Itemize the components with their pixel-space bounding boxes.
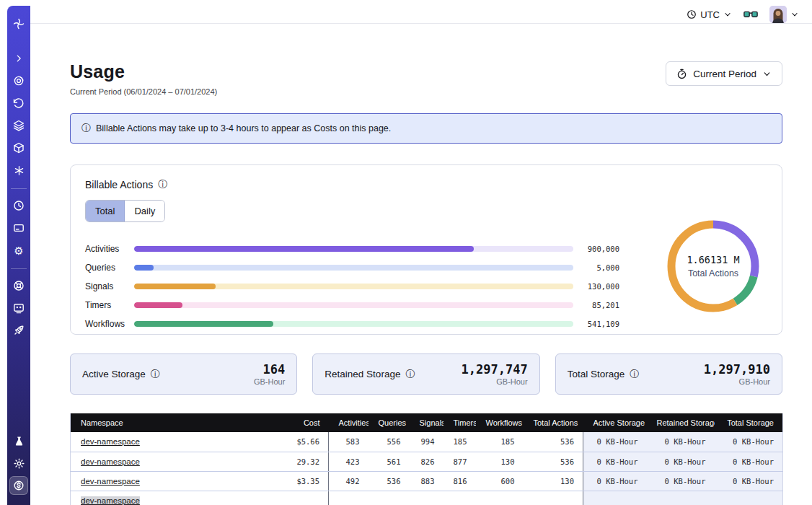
bar-row: Timers85,201 (85, 296, 619, 315)
user-menu[interactable] (769, 6, 799, 23)
chevron-down-icon (762, 69, 772, 79)
value-cell: $5.66 (258, 432, 329, 452)
namespace-link[interactable]: dev-namespace (81, 477, 140, 486)
storage-card-unit: GB-Hour (254, 377, 285, 386)
value-cell: 536 (524, 452, 583, 471)
value-cell: 536 (369, 471, 410, 491)
storage-card-label: Active Storage (82, 369, 146, 379)
value-cell: 877 (443, 452, 476, 471)
namespace-cell: dev-namespace (71, 432, 258, 452)
namespace-link[interactable]: dev-namespace (81, 457, 140, 466)
layers-icon[interactable] (9, 116, 28, 135)
bar-row: Signals130,000 (85, 277, 619, 296)
bar-label: Activities (85, 244, 134, 254)
bar-track (134, 321, 573, 327)
cube-icon[interactable] (9, 139, 28, 157)
value-cell: 0 KB-Hour (583, 432, 647, 452)
sidebar-divider (11, 268, 27, 269)
period-selector-label: Current Period (693, 69, 756, 79)
info-icon[interactable]: ⓘ (158, 178, 167, 191)
bar-label: Signals (85, 281, 134, 291)
value-cell: 0 KB-Hour (715, 432, 783, 452)
usage-page: Usage Current Period (06/01/2024 – 07/01… (30, 24, 812, 505)
value-cell: 0 KB-Hour (583, 471, 647, 491)
value-cell: 130 (524, 471, 583, 491)
total-actions-donut-chart: 1.66131 M Total Actions (663, 216, 764, 317)
value-cell: 29.32 (258, 452, 329, 471)
value-cell: 994 (410, 432, 443, 452)
gear-icon[interactable]: ⚙ (9, 241, 28, 260)
table-row: dev-namespace (71, 491, 783, 505)
bar-fill (134, 302, 182, 308)
info-icon[interactable]: ⓘ (630, 368, 639, 381)
info-icon[interactable]: ⓘ (151, 368, 160, 381)
clock-icon (687, 9, 697, 19)
history-icon[interactable] (9, 94, 28, 113)
info-icon[interactable]: ⓘ (405, 368, 415, 381)
bar-value: 130,000 (573, 282, 619, 291)
card-icon[interactable] (9, 219, 28, 237)
page-title: Usage (70, 61, 217, 82)
donut-total-label: Total Actions (688, 268, 738, 278)
app-window: ⚙ UTC (0, 0, 812, 505)
donut-total-value: 1.66131 M (687, 254, 739, 265)
value-cell: 883 (410, 471, 443, 491)
bar-fill (134, 246, 474, 252)
storage-summary-row: Active Storageⓘ164GB-HourRetained Storag… (70, 354, 782, 395)
column-header: Activities (329, 413, 369, 432)
glasses-icon (743, 9, 758, 19)
table-row: dev-namespace29.324235618268771305360 KB… (71, 452, 783, 471)
value-cell: $3.35 (258, 471, 329, 491)
lifebuoy-icon[interactable] (9, 276, 28, 295)
bar-row: Workflows541,109 (85, 315, 619, 333)
tab-daily[interactable]: Daily (125, 201, 164, 221)
value-cell (583, 491, 647, 505)
clock-icon[interactable] (9, 196, 28, 215)
value-cell: 816 (443, 471, 476, 491)
sun-icon[interactable] (9, 454, 28, 473)
value-cell: 600 (476, 471, 524, 491)
bar-track (134, 246, 573, 252)
spiral-icon[interactable] (9, 71, 28, 90)
value-cell: 0 KB-Hour (647, 452, 715, 471)
value-cell (524, 491, 583, 505)
bar-value: 541,109 (573, 320, 619, 328)
namespace-link[interactable]: dev-namespace (81, 496, 140, 505)
glasses-button[interactable] (743, 9, 758, 19)
stopwatch-icon (676, 69, 687, 79)
table-header-row: NamespaceCostActivitiesQueriesSignalsTim… (71, 413, 783, 432)
bar-label: Timers (85, 300, 134, 310)
storage-card-label: Total Storage (568, 369, 625, 379)
storage-card-value: 1,297,747 (462, 362, 528, 377)
bar-track (134, 302, 573, 308)
value-cell (329, 491, 369, 505)
namespace-link[interactable]: dev-namespace (81, 437, 140, 446)
bar-row: Queries5,000 (85, 258, 619, 277)
storage-card-total-storage: Total Storageⓘ1,297,910GB-Hour (555, 354, 782, 395)
temporal-logo-icon[interactable] (9, 14, 28, 33)
sidebar-divider (11, 188, 27, 189)
bar-value: 900,000 (573, 245, 619, 253)
period-selector-button[interactable]: Current Period (666, 61, 782, 86)
tab-total[interactable]: Total (86, 201, 125, 221)
value-cell (715, 491, 783, 505)
rocket-icon[interactable] (9, 321, 28, 340)
monitor-icon[interactable] (9, 299, 28, 317)
table-row: dev-namespace$3.354925368838166001300 KB… (71, 471, 783, 491)
asterisk-icon[interactable] (9, 161, 28, 180)
value-cell: 0 KB-Hour (715, 471, 783, 491)
value-cell: 423 (329, 452, 369, 471)
flask-icon[interactable] (9, 431, 28, 450)
billable-actions-card: Billable Actions ⓘ TotalDaily Activities… (70, 164, 782, 335)
bar-label: Queries (85, 263, 134, 273)
value-cell (258, 491, 329, 505)
timezone-selector[interactable]: UTC (687, 9, 732, 20)
dollar-coin-icon[interactable] (9, 476, 28, 495)
column-header: Total Actions (524, 413, 583, 432)
value-cell (476, 491, 524, 505)
value-cell (369, 491, 410, 505)
bar-label: Workflows (85, 319, 134, 329)
value-cell: 561 (369, 452, 410, 471)
chevron-right-icon[interactable] (9, 49, 28, 68)
topbar: UTC (30, 6, 812, 24)
